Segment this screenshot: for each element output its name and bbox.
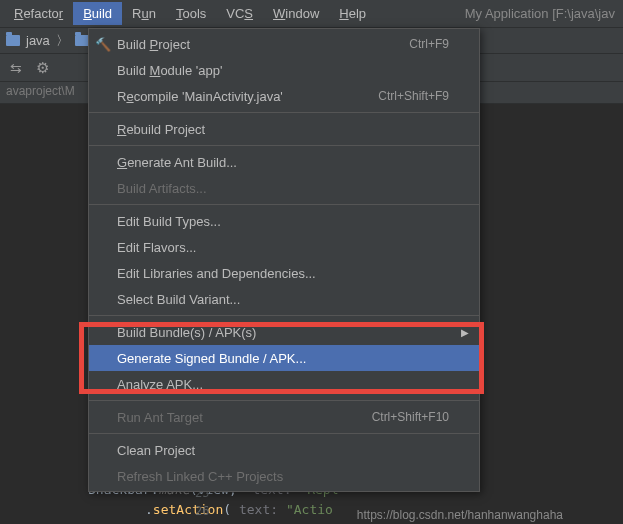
menu-build-artifacts: Build Artifacts...	[89, 175, 479, 201]
menu-rebuild[interactable]: Rebuild Project	[89, 116, 479, 142]
code-text: setAction	[153, 502, 223, 517]
menu-edit-libraries[interactable]: Edit Libraries and Dependencies...	[89, 260, 479, 286]
collapse-expand-icon[interactable]: ⇆	[10, 60, 22, 76]
menu-clean-project[interactable]: Clean Project	[89, 437, 479, 463]
breadcrumb-separator: 〉	[56, 32, 69, 50]
menu-label: Build Module 'app'	[117, 63, 222, 78]
hammer-icon: 🔨	[95, 37, 111, 52]
menu-label: Refresh Linked C++ Projects	[117, 469, 283, 484]
menu-label: Edit Flavors...	[117, 240, 196, 255]
menu-generate-signed-bundle[interactable]: Generate Signed Bundle / APK...	[89, 345, 479, 371]
menu-window[interactable]: Window	[263, 2, 329, 25]
folder-icon	[6, 35, 20, 46]
menu-generate-ant[interactable]: Generate Ant Build...	[89, 149, 479, 175]
menu-shortcut: Ctrl+Shift+F10	[372, 410, 449, 424]
line-number: 26	[195, 502, 209, 520]
menu-vcs[interactable]: VCS	[216, 2, 263, 25]
menu-label: Build Bundle(s) / APK(s)	[117, 325, 256, 340]
menu-separator	[89, 315, 479, 316]
menu-label: Edit Libraries and Dependencies...	[117, 266, 316, 281]
menu-label: Rebuild Project	[117, 122, 205, 137]
menu-analyze-apk[interactable]: Analyze APK...	[89, 371, 479, 397]
menu-separator	[89, 112, 479, 113]
menu-run-ant-target: Run Ant Target Ctrl+Shift+F10	[89, 404, 479, 430]
code-text: text:	[239, 502, 278, 517]
menu-label: Clean Project	[117, 443, 195, 458]
breadcrumb-java[interactable]: java	[26, 33, 50, 48]
menu-refresh-cpp: Refresh Linked C++ Projects	[89, 463, 479, 489]
menu-label: Analyze APK...	[117, 377, 203, 392]
menu-select-build-variant[interactable]: Select Build Variant...	[89, 286, 479, 312]
menu-label: Build Project	[117, 37, 190, 52]
menu-tools[interactable]: Tools	[166, 2, 216, 25]
code-text: "Actio	[286, 502, 333, 517]
gear-icon[interactable]: ⚙	[36, 59, 49, 77]
folder-icon	[75, 35, 89, 46]
menubar: Refactor Build Run Tools VCS Window Help…	[0, 0, 623, 28]
menu-separator	[89, 204, 479, 205]
menu-build[interactable]: Build	[73, 2, 122, 25]
code-text: .	[145, 502, 153, 517]
menu-label: Recompile 'MainActivity.java'	[117, 89, 283, 104]
menu-shortcut: Ctrl+F9	[409, 37, 449, 51]
menu-label: Run Ant Target	[117, 410, 203, 425]
build-dropdown: 🔨 Build Project Ctrl+F9 Build Module 'ap…	[88, 28, 480, 492]
menu-edit-build-types[interactable]: Edit Build Types...	[89, 208, 479, 234]
menu-shortcut: Ctrl+Shift+F9	[378, 89, 449, 103]
menu-build-module[interactable]: Build Module 'app'	[89, 57, 479, 83]
menu-separator	[89, 145, 479, 146]
menu-refactor[interactable]: Refactor	[4, 2, 73, 25]
watermark: https://blog.csdn.net/hanhanwanghaha	[357, 508, 563, 522]
menu-separator	[89, 433, 479, 434]
window-title: My Application [F:\java\jav	[465, 6, 619, 21]
menu-label: Build Artifacts...	[117, 181, 207, 196]
menu-recompile[interactable]: Recompile 'MainActivity.java' Ctrl+Shift…	[89, 83, 479, 109]
menu-label: Generate Ant Build...	[117, 155, 237, 170]
menu-help[interactable]: Help	[329, 2, 376, 25]
chevron-right-icon: ▶	[461, 327, 469, 338]
menu-run[interactable]: Run	[122, 2, 166, 25]
menu-label: Generate Signed Bundle / APK...	[117, 351, 306, 366]
code-text: (	[223, 502, 231, 517]
menu-build-project[interactable]: 🔨 Build Project Ctrl+F9	[89, 31, 479, 57]
menu-label: Edit Build Types...	[117, 214, 221, 229]
menu-separator	[89, 400, 479, 401]
menu-label: Select Build Variant...	[117, 292, 240, 307]
menu-edit-flavors[interactable]: Edit Flavors...	[89, 234, 479, 260]
menu-build-bundle-apk[interactable]: Build Bundle(s) / APK(s) ▶	[89, 319, 479, 345]
